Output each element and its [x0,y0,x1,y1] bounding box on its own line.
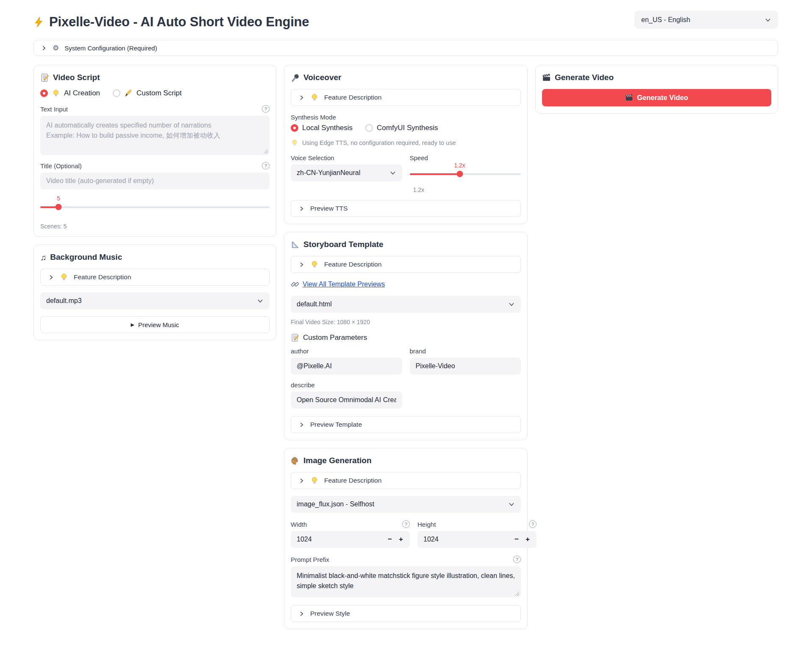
feature-description-accordion[interactable]: Feature Description [291,256,521,273]
final-video-size: Final Video Size: 1080 × 1920 [291,319,521,325]
slider-thumb[interactable] [456,171,463,177]
radio-comfyui-synthesis[interactable]: ComfyUI Synthesis [365,124,438,132]
speed-label: Speed [410,154,521,161]
chevron-down-icon [508,501,515,508]
scenes-slider[interactable]: 5 [40,204,270,210]
slider-thumb[interactable] [56,204,62,210]
lightbulb-icon [60,273,68,281]
music-note-icon: ♫ [40,253,46,261]
chevron-right-icon [298,94,305,101]
plus-button[interactable]: + [522,533,533,545]
width-stepper: − + [291,531,410,548]
language-selector[interactable]: en_US - English [634,11,778,29]
generate-video-title: Generate Video [542,73,771,82]
chevron-right-icon [41,45,47,51]
chevron-down-icon [508,301,515,308]
prompt-prefix-textarea[interactable]: Minimalist black-and-white matchstick fi… [291,566,521,597]
language-selector-value: en_US - English [641,16,690,24]
speed-slider-value: 1.2x [454,162,465,169]
describe-input[interactable] [291,392,402,408]
triangle-ruler-icon [291,240,300,249]
scenes-caption: Scenes: 5 [40,223,270,230]
video-script-title: Video Script [40,73,270,82]
width-label-row: Width ? [291,520,410,528]
play-icon: ▶ [131,322,134,327]
preview-style-accordion[interactable]: Preview Style [291,605,521,622]
custom-parameters-title: Custom Parameters [291,333,521,342]
page-title-text: Pixelle-Video - AI Auto Short Video Engi… [49,14,309,30]
chevron-right-icon [298,422,305,428]
feature-description-accordion[interactable]: Feature Description [291,89,521,106]
lightbulb-icon [52,89,60,97]
voice-selection-label: Voice Selection [291,154,402,161]
writing-hand-icon [124,89,133,97]
music-file-select[interactable]: default.mp3 [40,292,270,309]
image-generation-title: Image Generation [291,456,521,465]
speed-slider[interactable]: 1.2x [410,171,521,177]
question-icon[interactable]: ? [402,520,410,528]
radio-selected-icon [40,89,48,97]
microphone-icon [291,73,300,82]
text-input-label: Text Input [40,106,68,113]
synthesis-mode-label: Synthesis Mode [291,114,521,121]
lightbulb-icon [310,476,319,485]
describe-label: describe [291,381,402,389]
radio-custom-script[interactable]: Custom Script [113,89,182,97]
workflow-select[interactable]: image_flux.json - Selfhost [291,496,521,513]
radio-local-synthesis[interactable]: Local Synthesis [291,124,353,132]
background-music-panel: ♫ Background Music Feature Description d… [33,244,276,340]
link-icon [291,280,299,289]
brand-label: brand [410,347,521,355]
minus-button[interactable]: − [384,533,395,545]
chevron-right-icon [48,274,54,281]
chevron-down-icon [257,297,264,304]
prompt-prefix-label-row: Prompt Prefix ? [291,556,521,563]
feature-description-accordion[interactable]: Feature Description [291,472,521,489]
preview-music-button[interactable]: ▶ Preview Music [40,316,270,333]
synthesis-mode-radio-group: Local Synthesis ComfyUI Synthesis [291,124,521,132]
system-config-label: System Configuration (Required) [64,44,157,52]
palette-icon [291,456,300,465]
video-title-input[interactable] [40,172,270,189]
speed-caption: 1.2x [410,186,521,193]
radio-unselected-icon [113,89,120,97]
plus-button[interactable]: + [395,533,406,545]
system-config-accordion[interactable]: ⚙ System Configuration (Required) [33,40,778,56]
question-icon[interactable]: ? [262,162,270,169]
feature-description-accordion[interactable]: Feature Description [40,269,270,286]
chevron-down-icon [389,169,396,176]
chevron-right-icon [298,611,305,617]
storyboard-template-panel: Storyboard Template Feature Description … [284,232,528,440]
template-select[interactable]: default.html [291,296,521,313]
generate-video-button[interactable]: Generate Video [542,89,771,106]
image-generation-panel: Image Generation Feature Description ima… [284,448,528,629]
lightbulb-icon [291,139,298,147]
minus-button[interactable]: − [511,533,522,545]
brand-input[interactable] [410,358,521,375]
preview-tts-accordion[interactable]: Preview TTS [291,200,521,217]
app-root: en_US - English Pixelle-Video - AI Auto … [0,0,812,642]
author-input[interactable] [291,358,402,375]
author-label: author [291,347,402,355]
height-input[interactable] [423,536,511,543]
clapperboard-icon [625,94,633,102]
chevron-right-icon [298,478,305,484]
question-icon[interactable]: ? [262,105,270,113]
radio-ai-creation[interactable]: AI Creation [40,89,100,97]
width-input[interactable] [297,536,384,543]
height-label-row: Height ? [417,520,537,528]
script-mode-radio-group: AI Creation Custom Script [40,89,270,97]
clapperboard-icon [542,73,551,82]
height-stepper: − + [417,531,537,548]
text-input-textarea[interactable] [40,116,270,155]
preview-template-accordion[interactable]: Preview Template [291,416,521,433]
question-icon[interactable]: ? [529,520,537,528]
voiceover-title: Voiceover [291,73,521,82]
voiceover-panel: Voiceover Feature Description Synthesis … [284,65,528,224]
radio-unselected-icon [365,124,373,132]
view-templates-link[interactable]: View All Template Previews [303,281,385,288]
voice-select[interactable]: zh-CN-YunjianNeural [291,164,402,181]
background-music-title: ♫ Background Music [40,253,270,262]
question-icon[interactable]: ? [513,556,521,563]
memo-icon [291,333,299,342]
